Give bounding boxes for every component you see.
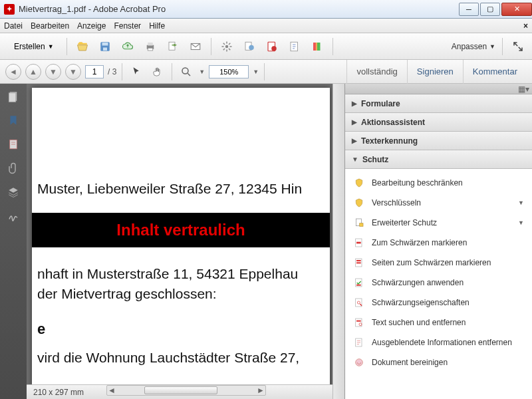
menu-view[interactable]: Anzeige bbox=[77, 21, 106, 31]
section-label: Formulare bbox=[361, 99, 400, 108]
scroll-left-icon[interactable]: ◄ bbox=[107, 386, 116, 395]
last-page-button[interactable]: ▼ bbox=[65, 64, 81, 80]
pdf-page: Muster, Liebenweiler Straße 27, 12345 Hi… bbox=[32, 88, 330, 399]
app-icon: ✦ bbox=[4, 4, 15, 15]
create-button[interactable]: Erstellen ▼ bbox=[5, 40, 60, 53]
section-texterkennung[interactable]: ▶Texterkennung bbox=[345, 132, 532, 150]
expand-icon: ▶ bbox=[352, 118, 357, 126]
menu-bar: Datei Bearbeiten Anzeige Fenster Hilfe × bbox=[0, 19, 532, 33]
email-button[interactable] bbox=[187, 38, 204, 55]
page-down-button[interactable]: ▼ bbox=[45, 64, 61, 80]
chevron-down-icon: ▼ bbox=[48, 43, 54, 50]
item-remove-hidden[interactable]: Ausgeblendete Informationen entfernen bbox=[345, 332, 532, 352]
section-schutz[interactable]: ▼Schutz bbox=[345, 150, 532, 169]
menu-window[interactable]: Fenster bbox=[114, 21, 141, 31]
bookmark-icon[interactable] bbox=[7, 114, 19, 126]
customize-button[interactable]: Anpassen ▼ bbox=[452, 42, 495, 51]
chevron-down-icon[interactable]: ▼ bbox=[253, 68, 259, 75]
document-area[interactable]: Muster, Liebenweiler Straße 27, 12345 Hi… bbox=[27, 84, 332, 399]
cloud-button[interactable] bbox=[119, 38, 136, 55]
item-label: Schwärzungseigenschaften bbox=[372, 298, 469, 307]
zoom-tool[interactable] bbox=[178, 63, 195, 80]
menu-edit[interactable]: Bearbeiten bbox=[31, 21, 69, 31]
select-tool[interactable] bbox=[128, 63, 145, 80]
createpdf-button[interactable] bbox=[263, 38, 281, 55]
item-label: Verschlüsseln bbox=[372, 198, 421, 207]
svg-rect-3 bbox=[103, 47, 107, 51]
svg-point-9 bbox=[225, 45, 228, 48]
combine-button[interactable] bbox=[309, 38, 326, 55]
horizontal-scrollbar[interactable]: ◄ ► bbox=[106, 385, 266, 396]
customize-label: Anpassen bbox=[452, 42, 487, 51]
signatures-icon[interactable] bbox=[7, 210, 19, 222]
svg-rect-28 bbox=[356, 262, 361, 263]
clip-icon[interactable] bbox=[7, 162, 19, 174]
nav-pane bbox=[0, 84, 27, 399]
item-search-remove[interactable]: Text suchen und entfernen bbox=[345, 313, 532, 332]
expand-icon: ▶ bbox=[352, 137, 357, 144]
zoom-input[interactable]: 150% bbox=[209, 65, 249, 78]
panel-header: ▦▾ bbox=[345, 84, 532, 94]
edit-button[interactable] bbox=[286, 38, 303, 55]
collapse-icon: ▼ bbox=[352, 156, 358, 163]
scroll-thumb[interactable] bbox=[144, 386, 217, 394]
redaction-bar: Inhalt vertraulich bbox=[32, 213, 330, 247]
save-button[interactable] bbox=[96, 38, 114, 55]
item-label: Erweiterter Schutz bbox=[372, 218, 437, 227]
item-label: Bearbeitung beschränken bbox=[372, 178, 463, 188]
tab-sign[interactable]: Signieren bbox=[407, 60, 463, 84]
thumbnails-icon[interactable] bbox=[7, 90, 19, 102]
item-restrict-editing[interactable]: Bearbeitung beschränken bbox=[345, 173, 532, 193]
item-label: Text suchen und entfernen bbox=[372, 318, 466, 327]
layers-icon[interactable] bbox=[7, 186, 19, 198]
gear-button[interactable] bbox=[218, 38, 235, 55]
redact-pages-icon bbox=[353, 257, 365, 269]
vertical-scrollbar[interactable] bbox=[332, 84, 344, 399]
shield-icon bbox=[353, 197, 365, 209]
item-sanitize[interactable]: Dokument bereinigen bbox=[345, 352, 532, 372]
main-toolbar: Erstellen ▼ Anpassen ▼ bbox=[0, 33, 532, 60]
panel-menu-icon[interactable]: ▦▾ bbox=[518, 84, 529, 94]
minimize-button[interactable]: ─ bbox=[459, 3, 479, 16]
expand-icon: ▶ bbox=[352, 100, 357, 107]
svg-rect-20 bbox=[9, 93, 16, 102]
tab-comment[interactable]: Kommentar bbox=[463, 60, 527, 84]
maximize-button[interactable]: ▢ bbox=[480, 3, 500, 16]
item-encrypt[interactable]: Verschlüsseln▼ bbox=[345, 193, 532, 213]
window-buttons: ─ ▢ ✕ bbox=[458, 3, 532, 16]
tools-panel: ▦▾ ▶Formulare ▶Aktionsassistent ▶Texterk… bbox=[344, 84, 532, 399]
menu-help[interactable]: Hilfe bbox=[149, 21, 165, 31]
print-button[interactable] bbox=[142, 38, 159, 55]
item-advanced-protection[interactable]: Erweiterter Schutz▼ bbox=[345, 213, 532, 233]
attachments-icon[interactable] bbox=[7, 138, 19, 150]
prev-view-button[interactable]: ◄ bbox=[5, 64, 21, 80]
sanitize-icon bbox=[353, 356, 365, 368]
tab-full[interactable]: vollständig bbox=[346, 60, 406, 84]
menu-close-x[interactable]: × bbox=[523, 21, 528, 31]
content-area: Muster, Liebenweiler Straße 27, 12345 Hi… bbox=[0, 84, 532, 399]
separator bbox=[211, 38, 211, 55]
svg-rect-30 bbox=[356, 285, 361, 286]
section-label: Texterkennung bbox=[361, 136, 418, 146]
export-button[interactable] bbox=[241, 38, 258, 55]
svg-rect-23 bbox=[360, 223, 363, 227]
item-apply-redactions[interactable]: Schwärzungen anwenden bbox=[345, 273, 532, 293]
item-redaction-properties[interactable]: Schwärzungseigenschaften bbox=[345, 293, 532, 313]
item-mark-redaction[interactable]: Zum Schwärzen markieren bbox=[345, 233, 532, 253]
section-formulare[interactable]: ▶Formulare bbox=[345, 94, 532, 113]
close-button[interactable]: ✕ bbox=[501, 3, 532, 16]
hand-tool[interactable] bbox=[149, 63, 166, 80]
open-button[interactable] bbox=[74, 38, 91, 55]
item-mark-pages-redaction[interactable]: Seiten zum Schwärzen markieren bbox=[345, 253, 532, 273]
page-up-button[interactable]: ▲ bbox=[25, 64, 41, 80]
fullscreen-button[interactable] bbox=[509, 38, 527, 55]
scroll-right-icon[interactable]: ► bbox=[256, 386, 265, 395]
shield-icon bbox=[353, 177, 365, 189]
menu-file[interactable]: Datei bbox=[4, 21, 23, 31]
section-aktionsassistent[interactable]: ▶Aktionsassistent bbox=[345, 113, 532, 132]
page-number-input[interactable]: 1 bbox=[85, 65, 104, 78]
doc-text: der Mietvertrag geschlossen: bbox=[32, 286, 330, 302]
chevron-down-icon[interactable]: ▼ bbox=[199, 68, 205, 75]
share-button[interactable] bbox=[164, 38, 182, 55]
svg-point-18 bbox=[182, 68, 188, 74]
